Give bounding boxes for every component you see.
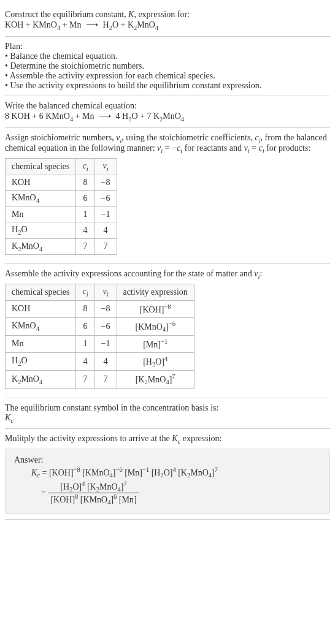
col-nu: νi (94, 159, 117, 175)
multiply-section: Mulitply the activity expressions to arr… (5, 429, 330, 519)
assign-text: Assign stoichiometric numbers, νi, using… (5, 133, 330, 155)
eq: = [KOH] (40, 468, 74, 477)
cell-v: 7 (94, 238, 117, 255)
bal-lhs: 8 KOH + 6 KMnO (5, 112, 70, 121)
den-term: [KOH] (50, 495, 75, 504)
balanced-section: Write the balanced chemical equation: 8 … (5, 96, 330, 128)
cell-v: −6 (94, 317, 117, 335)
sub-i: i (87, 291, 88, 298)
num-term: [K (85, 482, 96, 491)
col-species: chemical species (6, 284, 76, 301)
denominator: [KOH]8 [KMnO4]6 [Mn] (48, 493, 139, 506)
term: [KMnO (80, 468, 110, 477)
plan-bullet-4: • Use the activity expressions to build … (5, 81, 330, 91)
ae-exp: 7 (172, 373, 175, 380)
answer-eq-line2: = [H2O]4 [K2MnO4]7 [KOH]8 [KMnO4]6 [Mn] (14, 480, 321, 506)
cell-ae: [Mn]−1 (117, 336, 194, 353)
cell-species: KMnO4 (6, 190, 76, 206)
plan-bullet-3: • Assemble the activity expression for e… (5, 71, 330, 81)
sub: 2 (96, 486, 99, 493)
col-activity: activity expression (117, 284, 194, 301)
term: [K (176, 468, 187, 477)
sub-i: i (107, 165, 109, 172)
table-row: KOH8−8 (6, 175, 117, 190)
exp: 7 (123, 480, 126, 487)
ae-exp: −8 (164, 303, 171, 310)
kc: K (5, 413, 10, 422)
exp: −6 (116, 466, 123, 473)
cell-v: −1 (94, 336, 117, 353)
cell-ae: [K2MnO4]7 (117, 371, 194, 388)
cell-c: 7 (76, 371, 94, 388)
cell-species: KOH (6, 175, 76, 190)
sub: 2 (160, 472, 163, 479)
table-row: KMnO46−6[KMnO4]−6 (6, 317, 194, 335)
ae-base: [KMnO (135, 322, 162, 331)
assemble-p2: : (260, 269, 262, 278)
ae-exp: −6 (169, 320, 175, 327)
ae-base: [H (143, 357, 152, 366)
mult-p2: expression: (180, 434, 221, 443)
assign-section: Assign stoichiometric numbers, νi, using… (5, 128, 330, 265)
answer-box: Answer: Kc = [KOH]−8 [KMnO4]−6 [Mn]−1 [H… (5, 449, 330, 513)
exp: 7 (215, 466, 218, 473)
cell-c: 8 (76, 300, 94, 317)
cell-c: 4 (76, 222, 94, 238)
col-nu: νi (94, 284, 117, 301)
kc-sub: c (10, 417, 13, 423)
intro-equation: KOH + KMnO4 + Mn ⟶ H2O + K2MnO4 (5, 20, 330, 31)
table-row: Mn1−1[Mn]−1 (6, 336, 194, 353)
arrow-icon: ⟶ (96, 112, 114, 121)
sub-i: i (107, 291, 109, 298)
ae-exp: 4 (164, 355, 168, 362)
col-c: ci (76, 284, 94, 301)
den-term: [Mn] (117, 495, 136, 504)
col-c: ci (76, 159, 94, 175)
balanced-equation: 8 KOH + 6 KMnO4 + Mn ⟶ 4 H2O + 7 K2MnO4 (5, 111, 330, 123)
activity-table: chemical species ci νi activity expressi… (5, 284, 194, 388)
exp: −1 (142, 466, 149, 473)
kc: K (31, 468, 37, 477)
cell-ae: [KMnO4]−6 (117, 317, 194, 335)
cell-ae: [KOH]−8 (117, 300, 194, 317)
cell-species: K2MnO4 (6, 371, 76, 388)
fraction: [H2O]4 [K2MnO4]7 [KOH]8 [KMnO4]6 [Mn] (48, 480, 139, 506)
cell-v: −8 (94, 175, 117, 190)
answer-label: Answer: (14, 455, 321, 465)
sub: 2 (69, 486, 72, 493)
sub-4b: 4 (155, 25, 158, 31)
cell-species: Mn (6, 336, 76, 353)
eq-rhs1: H (103, 20, 109, 29)
term: [H (149, 468, 160, 477)
bal-rhs3: MnO (163, 112, 181, 121)
k-symbol: K (128, 10, 134, 19)
intro-text-b: , expression for: (134, 10, 190, 19)
table-row: H2O44 (6, 222, 117, 238)
plan-bullet-2: • Determine the stoichiometric numbers. (5, 61, 330, 71)
sub: 2 (152, 361, 155, 368)
table-row: KMnO46−6 (6, 190, 117, 206)
eq1b: = − (163, 143, 177, 153)
table-row: KOH8−8[KOH]−8 (6, 300, 194, 317)
table-row: K2MnO477 (6, 238, 117, 255)
answer-eq-line1: Kc = [KOH]−8 [KMnO4]−6 [Mn]−1 [H2O]4 [K2… (14, 466, 321, 479)
ae-exp: −1 (161, 338, 168, 345)
eq2b: = (250, 143, 259, 153)
ae-base: [KOH] (140, 305, 164, 314)
cell-c: 6 (76, 317, 94, 335)
assign-p2: , using the stoichiometric coefficients, (121, 133, 255, 142)
cell-c: 7 (76, 238, 94, 255)
bal-rhs1: 4 H (116, 112, 129, 121)
sub: 4 (163, 326, 166, 333)
eq-prefix: = (41, 488, 48, 497)
kc: K (172, 434, 177, 443)
intro-text: Construct the equilibrium constant, (5, 10, 128, 19)
cell-v: 7 (94, 371, 117, 388)
bal-lhs2: + Mn (73, 112, 94, 121)
eq-lhs: KOH + KMnO (5, 20, 57, 29)
cell-c: 6 (76, 190, 94, 206)
sub: 4 (107, 499, 110, 506)
assign-p1: Assign stoichiometric numbers, (5, 133, 116, 142)
table-header-row: chemical species ci νi (6, 159, 117, 175)
cell-c: 4 (76, 352, 94, 370)
